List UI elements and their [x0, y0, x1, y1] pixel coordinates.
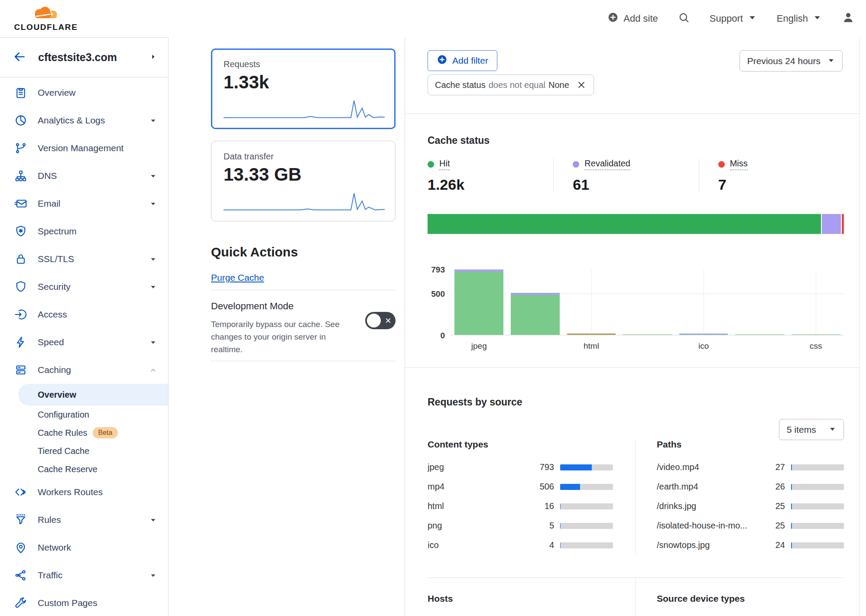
code-icon	[14, 486, 27, 499]
toggle-off-x-icon	[384, 316, 392, 325]
sidebar-item-speed[interactable]: Speed	[0, 328, 168, 356]
sidebar-item-dns[interactable]: DNS	[0, 162, 168, 190]
sidebar-item-caching[interactable]: Caching	[0, 356, 168, 384]
requests-sparkline	[224, 98, 383, 122]
purge-cache-link[interactable]: Purge Cache	[211, 272, 264, 283]
sidebar-item-spectrum[interactable]: Spectrum	[0, 217, 168, 245]
search-button[interactable]	[678, 12, 690, 26]
y-axis: 7935000	[428, 269, 451, 335]
value-bar	[560, 464, 613, 470]
table-row: /isolated-house-in-mo...25	[657, 516, 844, 535]
chevron-down-icon	[149, 200, 157, 207]
table-row: /snowtops.jpg24	[657, 535, 844, 555]
development-mode-toggle[interactable]	[365, 312, 396, 329]
divider	[405, 367, 860, 368]
stat-label[interactable]: Hit	[439, 159, 450, 170]
sidebar-subitem-tiered-cache[interactable]: Tiered Cache	[0, 442, 168, 460]
data-transfer-metric-card[interactable]: Data transfer 13.33 GB	[211, 141, 396, 221]
hosts-table-title: Hosts	[428, 593, 613, 604]
paths-table-title: Paths	[657, 439, 844, 450]
sidebar-item-security[interactable]: Security	[0, 273, 168, 301]
device-types-table-title: Source device types	[657, 593, 844, 604]
source-tables-row-2: Hosts cftestsite3.com1.33k Source device…	[428, 578, 844, 616]
quick-actions-title: Quick Actions	[211, 245, 405, 259]
y-tick-label: 793	[431, 265, 445, 275]
cache-status-stacked-bar	[428, 214, 844, 234]
sidebar-nav: OverviewAnalytics & LogsVersion Manageme…	[0, 78, 168, 616]
sidebar-item-analytics-logs[interactable]: Analytics & Logs	[0, 107, 168, 134]
bar-segment-hit	[454, 272, 503, 335]
hosts-table: cftestsite3.com1.33k	[428, 612, 613, 616]
tree-icon	[14, 169, 27, 182]
sidebar-subitem-overview[interactable]: Overview	[18, 384, 168, 405]
support-menu[interactable]: Support	[710, 13, 757, 25]
sidebar-subitem-cache-rules[interactable]: Cache RulesBeta	[0, 424, 168, 442]
requests-metric-card[interactable]: Requests 1.33k	[211, 49, 396, 129]
pie-icon	[14, 114, 27, 127]
top-bar: CLOUDFLARE Add site Support English	[0, 0, 866, 37]
sidebar-item-network[interactable]: Network	[0, 534, 168, 561]
miss-dot-icon	[718, 161, 725, 168]
value-bar	[560, 484, 613, 490]
chevron-down-icon	[149, 256, 157, 263]
chevron-down-icon	[149, 172, 157, 180]
content-type-bar-chart: 7935000	[428, 269, 844, 335]
stat-value: 1.26k	[428, 176, 553, 193]
value-bar	[791, 484, 844, 490]
account-menu[interactable]	[842, 11, 855, 26]
filter-operator: does not equal	[489, 80, 545, 90]
time-range-selector[interactable]: Previous 24 hours	[740, 50, 843, 71]
sidebar-item-workers-routes[interactable]: Workers Routes	[0, 478, 168, 506]
x-tick-label: html	[563, 341, 619, 351]
divider	[211, 290, 396, 290]
sidebar-item-email[interactable]: Email	[0, 190, 168, 217]
lock-icon	[14, 253, 27, 266]
divider	[405, 113, 860, 114]
metric-label: Data transfer	[224, 152, 383, 162]
mail-icon	[14, 197, 27, 210]
sidebar-item-custom-pages[interactable]: Custom Pages	[0, 589, 168, 616]
sidebar-item-ssl-tls[interactable]: SSL/TLS	[0, 245, 168, 273]
sidebar-item-overview[interactable]: Overview	[0, 79, 168, 107]
stacked-segment-hit	[428, 214, 821, 234]
sidebar-subitem-cache-reserve[interactable]: Cache Reserve	[0, 460, 168, 478]
development-mode-section: Development Mode Temporarily bypass our …	[211, 301, 396, 356]
chevron-right-icon[interactable]	[150, 53, 157, 62]
items-count-selector[interactable]: 5 items	[779, 419, 844, 440]
table-row: Desktop1.33k	[657, 612, 844, 616]
funnel-icon	[14, 513, 27, 526]
filter-chip[interactable]: Cache status does not equal None	[428, 75, 594, 95]
chevron-down-icon	[813, 13, 822, 25]
shield-star-icon	[14, 225, 27, 238]
sidebar-subitem-configuration[interactable]: Configuration	[0, 405, 168, 424]
stat-label[interactable]: Miss	[730, 159, 748, 170]
source-tables-row-1: Content types jpeg793mp4506html16png5ico…	[428, 439, 844, 555]
sidebar-item-traffic[interactable]: Traffic	[0, 561, 168, 589]
add-filter-button[interactable]: Add filter	[428, 50, 497, 71]
language-menu[interactable]: English	[777, 13, 822, 25]
branch-icon	[14, 142, 27, 155]
user-icon	[842, 11, 855, 26]
table-row: html16	[428, 496, 613, 516]
sidebar-item-access[interactable]: Access	[0, 301, 168, 328]
chevron-down-icon	[149, 117, 157, 124]
clipboard-icon	[14, 86, 27, 99]
x-tick-label	[619, 341, 676, 351]
share-icon	[14, 569, 27, 582]
cloudflare-logo[interactable]: CLOUDFLARE	[10, 6, 82, 32]
table-row: png5	[428, 516, 613, 535]
sidebar-item-version-management[interactable]: Version Management	[0, 134, 168, 162]
requests-by-source-section: Requests by source 5 items Content types…	[428, 396, 844, 616]
x-tick-label: ico	[675, 341, 732, 351]
cloudflare-cloud-icon	[31, 6, 61, 22]
device-types-table: Desktop1.33k	[657, 612, 844, 616]
chevron-down-icon	[149, 572, 157, 579]
add-site-button[interactable]: Add site	[607, 12, 658, 26]
back-arrow-icon[interactable]	[13, 50, 26, 65]
sidebar-item-rules[interactable]: Rules	[0, 506, 168, 534]
table-row: jpeg793	[428, 457, 613, 477]
bar-segment-hit	[735, 334, 784, 335]
stat-label[interactable]: Revalidated	[584, 159, 630, 170]
close-icon[interactable]	[576, 80, 587, 90]
data-transfer-sparkline	[224, 190, 383, 214]
